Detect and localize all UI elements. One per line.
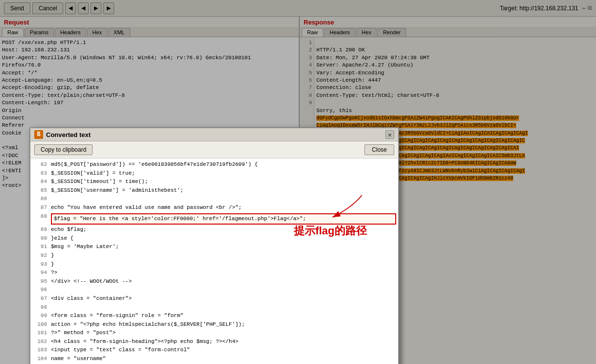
code-line-91: 91 $msg = 'Maybe Later'; [32, 243, 396, 251]
modal-close-btn[interactable]: Close [364, 144, 394, 155]
modal-close-button[interactable]: ✕ [385, 130, 394, 139]
code-line-99: 99 <form class = "form-signin" role = "f… [32, 312, 396, 320]
modal-code-content[interactable]: 82 md5($_POST['password']) == 'e6e061839… [30, 159, 398, 364]
code-line-88: 88 $flag = "Here is the <a style='color:… [32, 212, 396, 226]
code-line-102: 102 <h4 class = "form-signin-heading"><?… [32, 338, 396, 346]
code-line-93: 93 } [32, 260, 396, 269]
modal-header: B Converted text ✕ [30, 128, 398, 141]
code-line-83: 83 $_SESSION['valid'] = true; [32, 169, 396, 178]
modal-burp-icon: B [34, 130, 43, 139]
converted-text-modal: B Converted text ✕ Copy to clipboard Clo… [29, 127, 399, 364]
code-line-100: 100 action = "<?php echo htmlspecialchar… [32, 320, 396, 329]
code-line-97: 97 <div class = "container"> [32, 295, 396, 303]
code-line-101: 101 ?>" method = "post"> [32, 329, 396, 338]
code-line-96: 96 [32, 286, 396, 295]
code-line-98: 98 [32, 303, 396, 312]
code-line-84: 84 $_SESSION['timeout'] = time(); [32, 178, 396, 186]
annotation-label: 提示flag的路径 [294, 222, 367, 239]
code-line-94: 94 ?> [32, 269, 396, 277]
code-line-82: 82 md5($_POST['password']) == 'e6e061839… [32, 160, 396, 169]
code-line-104: 104 name = "username" [32, 355, 396, 364]
modal-toolbar: Copy to clipboard Close [30, 141, 398, 159]
modal-title: Converted text [46, 131, 382, 138]
annotation-arrow [313, 193, 372, 222]
code-line-103: 103 <input type = "text" class = "form-c… [32, 346, 396, 355]
code-line-92: 92 } [32, 251, 396, 260]
modal-overlay: B Converted text ✕ Copy to clipboard Clo… [0, 0, 596, 364]
code-line-95: 95 </div> <!-- WOOt/WOOt --> [32, 277, 396, 286]
copy-to-clipboard-button[interactable]: Copy to clipboard [34, 144, 93, 155]
